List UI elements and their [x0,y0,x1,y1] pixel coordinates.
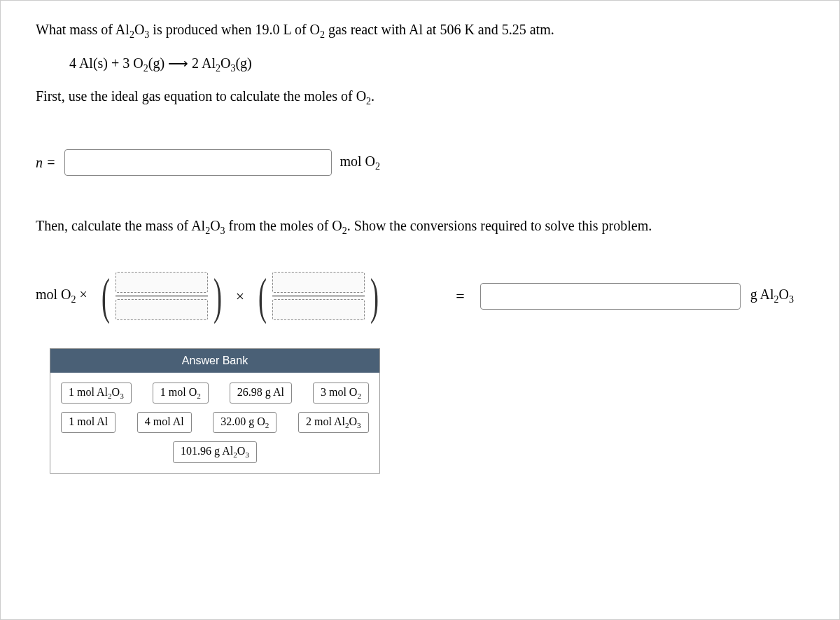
eq-text: O [220,55,230,71]
answer-tile[interactable]: 32.00 g O2 [213,412,276,433]
question-page: What mass of Al2O3 is produced when 19.0… [0,0,840,620]
left-paren-icon: ( [102,275,110,317]
answer-tile[interactable]: 3 mol O2 [313,383,369,404]
unit-text: g Al [750,287,774,302]
eq-sub: 2 [144,63,148,74]
q-text: is produced when 19.0 L of O [149,22,320,37]
equals-symbol: = [456,287,464,305]
fraction-1: ( ) [97,272,226,320]
eq-sub: 2 [216,63,220,74]
instruction-then: Then, calculate the mass of Al2O3 from t… [36,218,804,237]
q-sub: 2 [130,29,134,40]
n-variable: n = [36,155,56,171]
fraction-body [272,272,365,320]
q-text: gas react with Al at 506 K and 5.25 atm. [325,22,554,37]
answer-tile[interactable]: 101.96 g Al2O3 [173,441,257,462]
moles-input-row: n = mol O2 [36,149,804,176]
answer-tile[interactable]: 26.98 g Al [230,383,292,404]
instr-text: Then, calculate the mass of Al [36,218,205,233]
numerator-dropzone-1[interactable] [115,272,208,293]
eq-text: 2 Al [188,55,216,71]
unit-sub: 3 [789,294,794,305]
mass-input[interactable] [480,283,741,310]
conversion-lead: mol O2 × [36,287,88,305]
answer-bank: Answer Bank 1 mol Al2O31 mol O226.98 g A… [50,348,380,474]
q-sub: 2 [320,29,325,40]
moles-unit: mol O2 [340,153,381,172]
fraction-2: ( ) [254,272,383,320]
moles-input[interactable] [64,149,332,176]
right-paren-icon: ) [370,275,379,317]
times-symbol: × [236,287,244,305]
arrow-icon: ⟶ [168,55,188,71]
unit-sub: 2 [375,161,380,172]
answer-tile[interactable]: 1 mol Al2O3 [61,383,132,404]
eq-text: (g) [148,55,168,71]
reaction-equation: 4 Al(s) + 3 O2(g) ⟶ 2 Al2O3(g) [69,55,804,74]
instr-text: . Show the conversions required to solve… [347,218,652,233]
result-unit: g Al2O3 [750,287,794,305]
answer-tile[interactable]: 2 mol Al2O3 [298,412,369,433]
instruction-first: First, use the ideal gas equation to cal… [36,88,804,107]
instr-text: from the moles of O [225,218,342,233]
question-text: What mass of Al2O3 is produced when 19.0… [36,22,804,41]
eq-text: 4 Al(s) + 3 O [69,55,144,71]
answer-bank-body: 1 mol Al2O31 mol O226.98 g Al3 mol O21 m… [50,373,379,473]
unit-sub: 2 [774,294,779,305]
answer-tile[interactable]: 4 mol Al [137,412,192,433]
conversion-row: mol O2 × ( ) × ( ) = g Al2O3 [36,272,804,320]
unit-text: O [779,287,789,302]
fraction-line [115,296,208,296]
denominator-dropzone-1[interactable] [115,299,208,320]
answer-tile[interactable]: 1 mol Al [61,412,115,433]
right-paren-icon: ) [214,275,222,317]
eq-text: (g) [235,55,251,71]
q-text: What mass of Al [36,22,130,37]
instr-text: . [371,88,374,104]
answer-tile[interactable]: 1 mol O2 [153,383,209,404]
instr-sub: 2 [342,226,347,236]
equals-sign: = [43,155,56,170]
unit-text: mol O [340,153,376,169]
fraction-line [272,296,365,296]
fraction-body [115,272,208,320]
numerator-dropzone-2[interactable] [272,272,365,293]
answer-bank-header: Answer Bank [50,349,379,373]
n-label: n [36,155,43,170]
lead-times: × [76,287,88,302]
q-text: O [134,22,144,37]
lead-text: mol O [36,287,71,302]
left-paren-icon: ( [258,275,267,317]
denominator-dropzone-2[interactable] [272,299,365,320]
lead-sub: 2 [71,294,76,305]
instr-sub: 3 [220,226,225,236]
instr-text: O [210,218,220,233]
instr-text: First, use the ideal gas equation to cal… [36,88,366,104]
